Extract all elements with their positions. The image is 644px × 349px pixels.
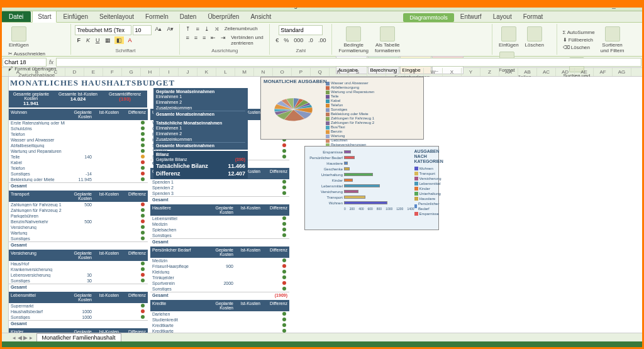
align-left[interactable]: ≡ — [184, 34, 191, 47]
title-bar: Haushaltsbudget2 - Microsoft Excel _ □ × — [0, 0, 644, 11]
tab-layout[interactable]: Layout — [488, 11, 517, 22]
bar-title: AUSGABEN NACH KATEGORIEN — [414, 149, 443, 164]
tab-ueberpruefen[interactable]: Überprüfen — [203, 11, 244, 22]
paste-button[interactable]: Einfügen — [6, 25, 31, 49]
paste-icon — [11, 26, 26, 42]
bar-graphic: ErsparnissePersönlicher BedarfHaustiereG… — [308, 149, 414, 227]
left-categories: WohnenGeplante KostenIst-KostenDifferenz… — [9, 109, 148, 333]
sheet-tab-active[interactable]: Monatlicher Familienhaushalt — [36, 333, 121, 341]
name-box[interactable] — [3, 58, 47, 67]
insert-cells-button[interactable]: Einfügen — [496, 25, 521, 49]
align-mid[interactable]: ≡ — [194, 25, 201, 33]
cond-format-button[interactable]: Bedingte Formatierung — [336, 25, 371, 55]
insert-icon — [501, 26, 516, 42]
orient[interactable]: ⤭ — [213, 25, 221, 33]
font-name-input[interactable] — [75, 25, 131, 35]
group-styles: Bedingte Formatierung Als Tabelle format… — [332, 24, 492, 55]
income-summary: Geplante MonatseinnahmenEinnahmen 1Einna… — [153, 88, 248, 180]
wrap-button[interactable]: Zeilenumbruch — [223, 25, 260, 33]
align-center[interactable]: ≡ — [192, 34, 199, 47]
autosum-button[interactable]: Σ AutoSumme — [561, 29, 597, 36]
delete-cells-button[interactable]: Löschen — [523, 25, 547, 49]
tab-seitenlayout[interactable]: Seitenlayout — [94, 11, 139, 22]
tab-start[interactable]: Start — [32, 11, 57, 23]
tab-einfuegen[interactable]: Einfügen — [58, 11, 92, 22]
chart-tools-label: Diagrammtools — [403, 13, 454, 22]
merge-button[interactable]: Verbinden und zentrieren — [229, 34, 265, 47]
group-label: Zahl — [274, 48, 328, 53]
inc-dec-button[interactable]: .0 — [306, 36, 315, 44]
delete-icon — [527, 26, 542, 42]
status-bar — [0, 341, 644, 349]
bold-button[interactable]: F — [75, 36, 82, 44]
align-bot[interactable]: ⤓ — [203, 25, 211, 33]
group-label: Schriftart — [75, 48, 175, 53]
tab-entwurf[interactable]: Entwurf — [455, 11, 487, 22]
pie-chart[interactable]: MONATLICHE AUSGABEN Wasser und AbwasserA… — [260, 77, 424, 140]
row-headers — [0, 77, 9, 333]
sort-filter-button[interactable]: Sortieren und Filtern — [598, 25, 627, 55]
worksheet[interactable]: MONATLICHES HAUSHALTSBUDGET Gesamte gepl… — [0, 77, 644, 333]
tab-format[interactable]: Format — [518, 11, 548, 22]
bar-legend: AUSGABEN NACH KATEGORIEN WohnenTransport… — [414, 149, 443, 227]
group-alignment: ⤒≡⤓⤭Zeilenumbruch ≡≡≡⇤⇥Verbinden und zen… — [180, 24, 270, 55]
pie-legend: Wasser und AbwasserAbfallentsorgungWartu… — [323, 81, 421, 136]
file-tab[interactable]: Datei — [1, 11, 31, 22]
pie-graphic — [264, 89, 323, 133]
sheet-tabs: ◂ ◀ ▶ ▸ Monatlicher Familienhaushalt — [0, 333, 644, 341]
shrink-font-button[interactable]: A▾ — [165, 25, 175, 35]
fx-icon[interactable]: fx — [49, 59, 53, 65]
tab-ansicht[interactable]: Ansicht — [245, 11, 276, 22]
table-icon — [380, 26, 395, 42]
formula-input[interactable] — [56, 58, 641, 67]
indent-dec[interactable]: ⇤ — [209, 34, 218, 47]
grow-font-button[interactable]: A▴ — [153, 25, 164, 35]
group-number: €%000.0.00 Zahl — [270, 24, 332, 55]
dec-dec-button[interactable]: .00 — [316, 36, 328, 44]
ribbon-tabs: Datei Start Einfügen Seitenlayout Formel… — [0, 11, 644, 23]
fill-button[interactable]: ⬇ Füllbereich — [561, 36, 597, 43]
sort-icon — [605, 26, 620, 42]
percent-button[interactable]: % — [282, 36, 291, 44]
comma-button[interactable]: 000 — [292, 36, 305, 44]
group-editing: Σ AutoSumme ⬇ Füllbereich ⌫ Löschen Sort… — [557, 24, 642, 55]
tab-formeln[interactable]: Formeln — [140, 11, 174, 22]
number-format-select[interactable] — [279, 25, 323, 35]
border-button[interactable]: ▦ — [103, 36, 113, 44]
column-headers: ABCDEFGHIJKLMNOPQRSTUVWXYZAAABACADAEAFAG — [0, 68, 644, 77]
summary-bar: Gesamte geplante Kosten11.941 Gesamte Is… — [9, 91, 147, 108]
align-top[interactable]: ⤒ — [184, 25, 192, 33]
ribbon: Einfügen ✂ Ausschneiden ⎘ Kopieren 🖌 For… — [0, 23, 644, 57]
app-title: Haushaltsbudget2 - Microsoft Excel — [255, 2, 354, 9]
sheet-nav[interactable]: ◂ ◀ ▶ ▸ — [13, 335, 33, 341]
cond-format-icon — [346, 26, 361, 42]
group-cells: Einfügen Löschen Format Zellen — [492, 24, 557, 55]
tab-daten[interactable]: Daten — [175, 11, 202, 22]
maximize-button[interactable]: □ — [620, 1, 630, 10]
currency-button[interactable]: € — [274, 36, 280, 44]
bar-chart[interactable]: ErsparnissePersönlicher BedarfHaustiereG… — [304, 146, 439, 230]
close-button[interactable]: × — [631, 1, 641, 10]
formula-bar: fx — [0, 57, 644, 68]
indent-inc[interactable]: ⇥ — [219, 34, 228, 47]
group-clipboard: Einfügen ✂ Ausschneiden ⎘ Kopieren 🖌 For… — [3, 24, 71, 55]
as-table-button[interactable]: Als Tabelle formatieren — [372, 25, 402, 55]
minimize-button[interactable]: _ — [609, 1, 619, 10]
underline-button[interactable]: U — [94, 36, 102, 44]
font-size-input[interactable] — [133, 25, 152, 35]
clear-button[interactable]: ⌫ Löschen — [561, 44, 597, 51]
group-font: A▴ A▾ F K U ▦ ◧ A Schriftart — [71, 24, 180, 55]
group-label: Ausrichtung — [184, 48, 265, 53]
font-color-button[interactable]: A — [126, 36, 133, 44]
fill-color-button[interactable]: ◧ — [114, 36, 124, 44]
cut-button[interactable]: ✂ Ausschneiden — [6, 50, 58, 57]
pie-title: MONATLICHE AUSGABEN — [264, 79, 326, 84]
align-right[interactable]: ≡ — [201, 34, 208, 47]
italic-button[interactable]: K — [84, 36, 92, 44]
